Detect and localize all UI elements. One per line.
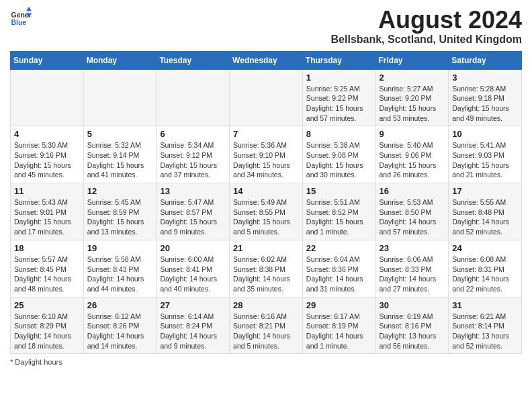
calendar-cell: 29Sunrise: 6:17 AMSunset: 8:19 PMDayligh…	[302, 297, 375, 354]
calendar-cell: 23Sunrise: 6:06 AMSunset: 8:33 PMDayligh…	[375, 240, 449, 297]
calendar-cell	[11, 69, 84, 126]
calendar-cell	[230, 69, 303, 126]
day-info: Sunrise: 6:12 AMSunset: 8:26 PMDaylight:…	[87, 312, 153, 351]
day-info: Sunrise: 5:53 AMSunset: 8:50 PMDaylight:…	[380, 197, 445, 237]
day-info: Sunrise: 6:19 AMSunset: 8:16 PMDaylight:…	[380, 312, 445, 351]
calendar-cell	[157, 69, 230, 126]
day-number: 4	[14, 129, 80, 139]
calendar-cell: 31Sunrise: 6:21 AMSunset: 8:14 PMDayligh…	[449, 297, 522, 354]
header-day-wednesday: Wednesday	[230, 51, 303, 69]
day-info: Sunrise: 6:16 AMSunset: 8:21 PMDaylight:…	[233, 312, 299, 351]
footer-note-text: Daylight hours	[15, 358, 62, 366]
calendar-cell: 27Sunrise: 6:14 AMSunset: 8:24 PMDayligh…	[157, 297, 230, 354]
day-number: 5	[87, 129, 153, 139]
calendar-cell: 19Sunrise: 5:58 AMSunset: 8:43 PMDayligh…	[83, 240, 157, 297]
day-number: 26	[87, 300, 153, 310]
header-day-monday: Monday	[83, 51, 157, 69]
day-info: Sunrise: 6:00 AMSunset: 8:41 PMDaylight:…	[160, 255, 226, 294]
day-number: 25	[14, 300, 80, 310]
day-info: Sunrise: 5:38 AMSunset: 9:08 PMDaylight:…	[306, 140, 372, 180]
day-number: 23	[380, 243, 445, 253]
day-info: Sunrise: 5:25 AMSunset: 9:22 PMDaylight:…	[306, 84, 372, 124]
day-number: 18	[14, 243, 80, 253]
calendar-cell: 22Sunrise: 6:04 AMSunset: 8:36 PMDayligh…	[302, 240, 375, 297]
day-number: 9	[380, 129, 445, 139]
day-number: 1	[306, 73, 372, 83]
day-info: Sunrise: 5:27 AMSunset: 9:20 PMDaylight:…	[380, 84, 445, 124]
calendar-cell: 13Sunrise: 5:47 AMSunset: 8:57 PMDayligh…	[157, 183, 230, 240]
day-info: Sunrise: 5:55 AMSunset: 8:48 PMDaylight:…	[452, 197, 518, 237]
day-number: 7	[233, 129, 299, 139]
calendar-cell: 10Sunrise: 5:41 AMSunset: 9:03 PMDayligh…	[449, 126, 522, 183]
page-subtitle: Bellsbank, Scotland, United Kingdom	[331, 34, 522, 46]
day-number: 11	[14, 186, 80, 196]
day-number: 14	[233, 186, 299, 196]
calendar-cell: 8Sunrise: 5:38 AMSunset: 9:08 PMDaylight…	[302, 126, 375, 183]
page-header: General Blue August 2024 Bellsbank, Scot…	[10, 7, 522, 46]
calendar-cell: 14Sunrise: 5:49 AMSunset: 8:55 PMDayligh…	[230, 183, 303, 240]
day-info: Sunrise: 6:17 AMSunset: 8:19 PMDaylight:…	[306, 312, 372, 351]
day-info: Sunrise: 5:40 AMSunset: 9:06 PMDaylight:…	[380, 140, 445, 180]
calendar-cell: 17Sunrise: 5:55 AMSunset: 8:48 PMDayligh…	[449, 183, 522, 240]
title-block: August 2024 Bellsbank, Scotland, United …	[331, 7, 522, 46]
header-row: SundayMondayTuesdayWednesdayThursdayFrid…	[11, 51, 522, 69]
page-title: August 2024	[331, 7, 522, 34]
day-number: 30	[380, 300, 445, 310]
header-day-saturday: Saturday	[449, 51, 522, 69]
day-number: 21	[233, 243, 299, 253]
calendar-cell: 15Sunrise: 5:51 AMSunset: 8:52 PMDayligh…	[302, 183, 375, 240]
header-day-sunday: Sunday	[11, 51, 84, 69]
day-info: Sunrise: 6:04 AMSunset: 8:36 PMDaylight:…	[306, 255, 372, 294]
day-number: 27	[160, 300, 226, 310]
logo-icon: General Blue	[10, 7, 32, 28]
day-number: 28	[233, 300, 299, 310]
day-info: Sunrise: 5:36 AMSunset: 9:10 PMDaylight:…	[233, 140, 299, 180]
header-day-tuesday: Tuesday	[157, 51, 230, 69]
day-info: Sunrise: 6:08 AMSunset: 8:31 PMDaylight:…	[452, 255, 518, 294]
day-number: 12	[87, 186, 153, 196]
day-info: Sunrise: 5:57 AMSunset: 8:45 PMDaylight:…	[14, 255, 80, 294]
calendar-cell: 30Sunrise: 6:19 AMSunset: 8:16 PMDayligh…	[375, 297, 449, 354]
day-number: 16	[380, 186, 445, 196]
day-info: Sunrise: 5:51 AMSunset: 8:52 PMDaylight:…	[306, 197, 372, 237]
day-info: Sunrise: 5:49 AMSunset: 8:55 PMDaylight:…	[233, 197, 299, 237]
calendar-cell: 7Sunrise: 5:36 AMSunset: 9:10 PMDaylight…	[230, 126, 303, 183]
day-number: 31	[452, 300, 518, 310]
calendar-cell: 11Sunrise: 5:43 AMSunset: 9:01 PMDayligh…	[11, 183, 84, 240]
day-info: Sunrise: 6:14 AMSunset: 8:24 PMDaylight:…	[160, 312, 226, 351]
calendar-cell	[83, 69, 157, 126]
calendar-cell: 4Sunrise: 5:30 AMSunset: 9:16 PMDaylight…	[11, 126, 84, 183]
day-number: 17	[452, 186, 518, 196]
day-number: 2	[380, 73, 445, 83]
day-info: Sunrise: 5:43 AMSunset: 9:01 PMDaylight:…	[14, 197, 80, 237]
day-info: Sunrise: 5:30 AMSunset: 9:16 PMDaylight:…	[14, 140, 80, 180]
week-row-4: 18Sunrise: 5:57 AMSunset: 8:45 PMDayligh…	[11, 240, 522, 297]
svg-text:Blue: Blue	[11, 19, 27, 26]
day-info: Sunrise: 5:41 AMSunset: 9:03 PMDaylight:…	[452, 140, 518, 180]
day-info: Sunrise: 5:45 AMSunset: 8:59 PMDaylight:…	[87, 197, 153, 237]
day-number: 3	[452, 73, 518, 83]
calendar-table: SundayMondayTuesdayWednesdayThursdayFrid…	[10, 51, 522, 355]
calendar-cell: 9Sunrise: 5:40 AMSunset: 9:06 PMDaylight…	[375, 126, 449, 183]
day-info: Sunrise: 5:28 AMSunset: 9:18 PMDaylight:…	[452, 84, 518, 124]
day-number: 10	[452, 129, 518, 139]
day-info: Sunrise: 6:06 AMSunset: 8:33 PMDaylight:…	[380, 255, 445, 294]
calendar-cell: 18Sunrise: 5:57 AMSunset: 8:45 PMDayligh…	[11, 240, 84, 297]
footer-note: * Daylight hours	[10, 358, 522, 366]
day-number: 19	[87, 243, 153, 253]
day-info: Sunrise: 5:58 AMSunset: 8:43 PMDaylight:…	[87, 255, 153, 294]
header-day-friday: Friday	[375, 51, 449, 69]
day-number: 20	[160, 243, 226, 253]
day-number: 22	[306, 243, 372, 253]
calendar-cell: 25Sunrise: 6:10 AMSunset: 8:29 PMDayligh…	[11, 297, 84, 354]
day-number: 13	[160, 186, 226, 196]
calendar-cell: 28Sunrise: 6:16 AMSunset: 8:21 PMDayligh…	[230, 297, 303, 354]
day-number: 24	[452, 243, 518, 253]
calendar-cell: 20Sunrise: 6:00 AMSunset: 8:41 PMDayligh…	[157, 240, 230, 297]
logo: General Blue	[10, 7, 32, 28]
week-row-5: 25Sunrise: 6:10 AMSunset: 8:29 PMDayligh…	[11, 297, 522, 354]
calendar-cell: 12Sunrise: 5:45 AMSunset: 8:59 PMDayligh…	[83, 183, 157, 240]
day-number: 15	[306, 186, 372, 196]
day-info: Sunrise: 6:02 AMSunset: 8:38 PMDaylight:…	[233, 255, 299, 294]
calendar-cell: 16Sunrise: 5:53 AMSunset: 8:50 PMDayligh…	[375, 183, 449, 240]
